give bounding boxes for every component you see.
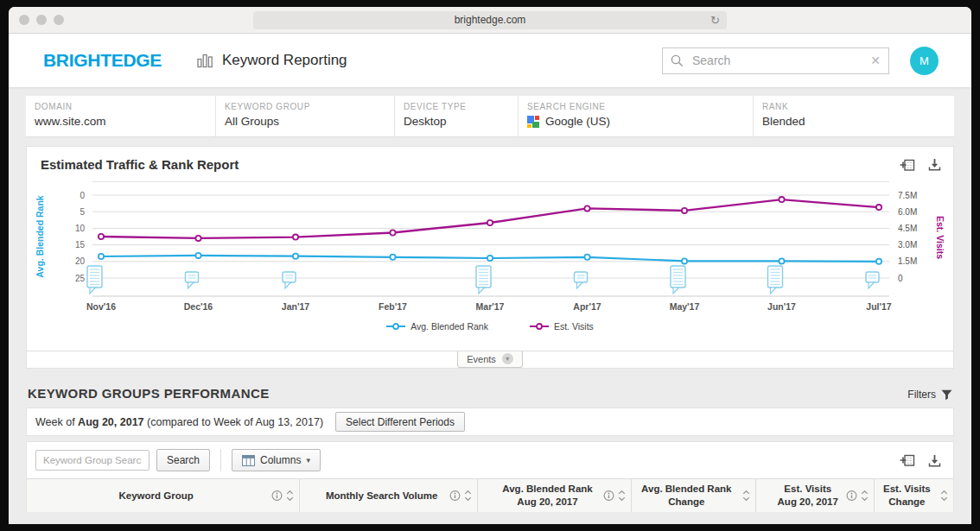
column-header-avg-blended-rank-change[interactable]: Avg. Blended RankChange: [632, 479, 756, 512]
info-icon[interactable]: [271, 490, 283, 502]
events-row: Events ▼: [27, 351, 953, 368]
select-different-periods-button[interactable]: Select Different Periods: [335, 412, 465, 432]
svg-text:Feb'17: Feb'17: [379, 301, 407, 312]
svg-text:Jan'17: Jan'17: [282, 301, 309, 312]
event-marker[interactable]: [476, 266, 491, 294]
svg-text:Avg. Blended Rank: Avg. Blended Rank: [35, 195, 45, 277]
chevron-down-icon: ▾: [306, 456, 310, 465]
keyword-group-search-input[interactable]: [35, 450, 150, 471]
browser-titlebar: brightedge.com ↻: [9, 7, 971, 34]
svg-text:25: 25: [75, 274, 86, 283]
sort-icon[interactable]: [464, 490, 472, 502]
event-marker[interactable]: [186, 272, 199, 288]
column-label: Avg. Blended RankChange: [641, 483, 731, 509]
info-icon[interactable]: [603, 490, 614, 502]
legend-item[interactable]: Est. Visits: [530, 321, 594, 332]
info-icon[interactable]: [846, 490, 857, 502]
filter-value: Google (US): [527, 115, 744, 128]
minimize-window-button[interactable]: [36, 15, 47, 25]
performance-section-header: KEYWORD GROUPS PERFORMANCE Filters: [28, 386, 952, 401]
download-icon[interactable]: [928, 158, 941, 171]
column-header-keyword-group[interactable]: Keyword Group: [27, 479, 300, 512]
funnel-icon: [941, 389, 952, 401]
filter-value: Desktop: [404, 115, 509, 128]
column-header-est-visits-current[interactable]: Est. VisitsAug 20, 2017: [756, 479, 875, 512]
browser-url-bar[interactable]: brightedge.com ↻: [253, 11, 727, 29]
browser-window: brightedge.com ↻ BRIGHTEDGE Keyword Repo…: [9, 7, 971, 524]
legend-label: Est. Visits: [554, 321, 594, 332]
column-label: Est. VisitsAug 20, 2017: [778, 483, 838, 509]
svg-text:7.5M: 7.5M: [898, 191, 917, 200]
brightedge-logo[interactable]: BRIGHTEDGE: [43, 50, 197, 71]
column-header-icons: [846, 490, 869, 502]
events-button[interactable]: Events ▼: [457, 351, 523, 368]
download-icon[interactable]: [928, 454, 941, 467]
sort-icon[interactable]: [286, 490, 294, 502]
svg-text:10: 10: [75, 224, 86, 233]
window-controls[interactable]: [19, 15, 71, 25]
event-marker[interactable]: [866, 272, 879, 288]
zoom-window-button[interactable]: [54, 15, 64, 25]
sort-icon[interactable]: [940, 490, 948, 502]
column-header-est-visits-change[interactable]: Est. VisitsChange: [875, 479, 953, 512]
column-header-monthly-search-volume[interactable]: Monthly Search Volume: [300, 479, 478, 512]
event-marker[interactable]: [671, 266, 685, 294]
svg-text:4.5M: 4.5M: [898, 224, 917, 233]
search-button[interactable]: Search: [156, 449, 210, 471]
sort-icon[interactable]: [742, 490, 750, 502]
filter-value: Blended: [762, 115, 945, 128]
filter-label: SEARCH ENGINE: [527, 102, 744, 111]
column-header-icons: [940, 490, 948, 502]
avatar[interactable]: M: [910, 47, 939, 75]
sort-icon[interactable]: [618, 490, 626, 502]
event-marker[interactable]: [768, 266, 783, 294]
column-header-icons: [603, 490, 626, 502]
filters-button[interactable]: Filters: [907, 389, 952, 401]
svg-text:3.0M: 3.0M: [898, 240, 917, 250]
sort-icon[interactable]: [861, 490, 869, 502]
filter-label: KEYWORD GROUP: [225, 102, 385, 111]
column-header-avg-blended-rank-current[interactable]: Avg. Blended RankAug 20, 2017: [478, 479, 632, 512]
svg-text:Dec'16: Dec'16: [184, 301, 213, 312]
legend-marker-icon: [386, 322, 405, 331]
period-date: Aug 20, 2017: [78, 416, 143, 428]
filter-value: All Groups: [225, 115, 385, 128]
search-input[interactable]: [690, 53, 863, 68]
period-bar: Week of Aug 20, 2017 (compared to Week o…: [26, 408, 954, 436]
close-window-button[interactable]: [19, 15, 29, 25]
panel-actions: [900, 158, 941, 172]
add-to-dashboard-icon[interactable]: [900, 453, 915, 467]
filter-rank[interactable]: RANKBlended: [754, 96, 954, 136]
table-actions: [900, 453, 941, 467]
column-label: Keyword Group: [118, 490, 193, 503]
close-icon[interactable]: ✕: [870, 54, 881, 66]
panel-header: Estimated Traffic & Rank Report: [27, 147, 953, 177]
filter-label: DEVICE TYPE: [404, 102, 509, 111]
svg-text:0: 0: [80, 191, 85, 200]
page-title-text: Keyword Reporting: [222, 52, 347, 69]
reload-icon[interactable]: ↻: [710, 15, 720, 26]
filter-domain[interactable]: DOMAINwww.site.com: [26, 96, 216, 136]
filter-device-type[interactable]: DEVICE TYPEDesktop: [395, 96, 519, 136]
event-marker[interactable]: [87, 266, 102, 294]
columns-button[interactable]: Columns ▾: [232, 449, 321, 471]
column-label: Avg. Blended RankAug 20, 2017: [502, 483, 592, 509]
svg-text:1.5M: 1.5M: [898, 256, 917, 266]
svg-text:Jul'17: Jul'17: [866, 301, 892, 312]
legend-item[interactable]: Avg. Blended Rank: [386, 321, 488, 332]
event-marker[interactable]: [283, 272, 296, 288]
global-search[interactable]: ✕: [662, 47, 889, 74]
add-to-dashboard-icon[interactable]: [900, 158, 915, 172]
chart-legend: Avg. Blended RankEst. Visits: [27, 317, 953, 333]
search-icon: [671, 54, 684, 67]
column-header-icons: [742, 490, 750, 502]
svg-text:Est. Visits: Est. Visits: [935, 216, 945, 259]
svg-text:Mar'17: Mar'17: [476, 301, 505, 312]
filter-search-engine[interactable]: SEARCH ENGINEGoogle (US): [519, 96, 754, 136]
svg-text:6.0M: 6.0M: [898, 207, 917, 217]
info-icon[interactable]: [449, 490, 461, 502]
column-header-icons: [449, 490, 472, 502]
filter-keyword-group[interactable]: KEYWORD GROUPAll Groups: [216, 96, 395, 136]
svg-text:May'17: May'17: [670, 301, 700, 312]
event-marker[interactable]: [575, 272, 588, 288]
